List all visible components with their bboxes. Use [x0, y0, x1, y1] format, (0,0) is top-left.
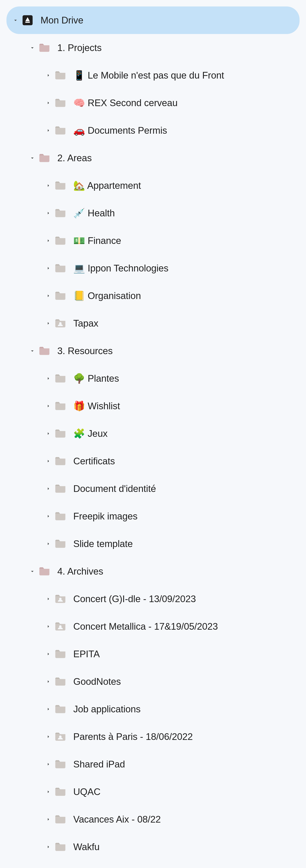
tree-folder[interactable]: 🏡 Appartement — [6, 172, 300, 199]
tree-folder-label: 🌳 Plantes — [73, 373, 119, 384]
tree-folder-label: Wakfu — [73, 841, 100, 853]
caret-right-icon[interactable] — [44, 815, 53, 824]
tree-folder-label: Concert Metallica - 17&19/05/2023 — [73, 621, 218, 632]
tree-folder-label: 💻 Ippon Technologies — [73, 262, 168, 274]
tree-root-label: Mon Drive — [40, 14, 83, 26]
tree-folder[interactable]: GoodNotes — [6, 668, 300, 695]
caret-down-icon[interactable] — [28, 154, 37, 162]
caret-right-icon[interactable] — [44, 126, 53, 135]
caret-right-icon[interactable] — [44, 319, 53, 328]
tree-folder[interactable]: Freepik images — [6, 502, 300, 530]
folder-icon — [54, 648, 66, 660]
caret-right-icon[interactable] — [44, 843, 53, 851]
folder-icon — [54, 758, 66, 770]
tree-root[interactable]: Mon Drive — [6, 6, 300, 34]
shared-folder-icon — [54, 317, 66, 329]
caret-right-icon[interactable] — [44, 760, 53, 769]
tree-folder[interactable]: 🎁 Wishlist — [6, 392, 300, 420]
svg-rect-1 — [25, 22, 30, 23]
caret-right-icon[interactable] — [44, 181, 53, 190]
caret-right-icon[interactable] — [44, 539, 53, 548]
tree-folder[interactable]: 🚗 Documents Permis — [6, 117, 300, 144]
caret-down-icon[interactable] — [28, 347, 37, 355]
tree-folder-label: Document d'identité — [73, 483, 156, 495]
caret-right-icon[interactable] — [44, 374, 53, 383]
tree-folder-label: 1. Projects — [57, 42, 102, 54]
folder-icon — [54, 69, 66, 81]
caret-right-icon[interactable] — [44, 457, 53, 465]
caret-right-icon[interactable] — [44, 209, 53, 217]
caret-right-icon[interactable] — [44, 512, 53, 521]
tree-folder-label: GoodNotes — [73, 676, 121, 687]
tree-folder[interactable]: 💻 Ippon Technologies — [6, 254, 300, 282]
caret-right-icon[interactable] — [44, 291, 53, 300]
tree-folder[interactable]: Concert (G)I-dle - 13/09/2023 — [6, 585, 300, 613]
caret-right-icon[interactable] — [44, 677, 53, 686]
tree-folder-label: 4. Archives — [57, 566, 103, 577]
tree-folder[interactable]: Vacances Aix - 08/22 — [6, 806, 300, 833]
folder-icon — [54, 813, 66, 826]
tree-folder-label: Concert (G)I-dle - 13/09/2023 — [73, 593, 196, 605]
folder-icon — [54, 180, 66, 192]
tree-folder-label: 3. Resources — [57, 345, 113, 357]
folder-icon — [38, 152, 50, 164]
tree-folder[interactable]: Document d'identité — [6, 475, 300, 502]
folder-icon — [54, 483, 66, 495]
tree-folder-label: Slide template — [73, 538, 133, 550]
caret-right-icon[interactable] — [44, 264, 53, 273]
tree-folder[interactable]: Concert Metallica - 17&19/05/2023 — [6, 613, 300, 640]
tree-folder[interactable]: 🧠 REX Second cerveau — [6, 89, 300, 117]
tree-folder[interactable]: Parents à Paris - 18/06/2022 — [6, 723, 300, 750]
caret-right-icon[interactable] — [44, 402, 53, 410]
tree-folder-label: Freepik images — [73, 510, 138, 522]
folder-icon — [38, 565, 50, 577]
caret-right-icon[interactable] — [44, 705, 53, 713]
folder-icon — [54, 372, 66, 384]
caret-right-icon[interactable] — [44, 71, 53, 80]
tree-folder[interactable]: Slide template — [6, 530, 300, 558]
tree-folder-label: UQAC — [73, 786, 101, 798]
caret-right-icon[interactable] — [44, 99, 53, 107]
tree-folder[interactable]: Tapax — [6, 310, 300, 337]
caret-right-icon[interactable] — [44, 429, 53, 438]
tree-folder[interactable]: Wakfu — [6, 833, 300, 861]
caret-right-icon[interactable] — [44, 733, 53, 741]
folder-tree: Mon Drive 1. Projects 📱 Le Mobile n'est … — [6, 6, 300, 861]
folder-icon — [54, 841, 66, 853]
tree-folder-label: 📒 Organisation — [73, 290, 141, 302]
folder-icon — [54, 262, 66, 274]
tree-folder-label: 🚗 Documents Permis — [73, 125, 167, 136]
tree-folder-label: Parents à Paris - 18/06/2022 — [73, 731, 193, 743]
folder-icon — [54, 510, 66, 522]
caret-right-icon[interactable] — [44, 787, 53, 796]
tree-folder[interactable]: 💵 Finance — [6, 227, 300, 254]
tree-folder[interactable]: Certificats — [6, 447, 300, 475]
tree-folder[interactable]: UQAC — [6, 778, 300, 806]
tree-folder-label: 🧩 Jeux — [73, 428, 108, 439]
tree-folder[interactable]: 🧩 Jeux — [6, 420, 300, 447]
tree-folder[interactable]: 📒 Organisation — [6, 282, 300, 310]
drive-icon — [22, 14, 34, 26]
caret-right-icon[interactable] — [44, 622, 53, 631]
tree-folder[interactable]: 1. Projects — [6, 34, 300, 62]
tree-folder[interactable]: 💉 Health — [6, 199, 300, 227]
caret-right-icon[interactable] — [44, 237, 53, 245]
caret-down-icon[interactable] — [28, 567, 37, 576]
tree-folder-label: 🧠 REX Second cerveau — [73, 97, 177, 109]
tree-folder[interactable]: 🌳 Plantes — [6, 365, 300, 392]
tree-folder[interactable]: 2. Areas — [6, 144, 300, 172]
tree-folder[interactable]: 4. Archives — [6, 558, 300, 585]
caret-right-icon[interactable] — [44, 485, 53, 493]
caret-down-icon[interactable] — [28, 43, 37, 52]
caret-right-icon[interactable] — [44, 595, 53, 603]
tree-folder[interactable]: 3. Resources — [6, 337, 300, 365]
tree-folder-label: 🏡 Appartement — [73, 180, 141, 191]
tree-folder[interactable]: 📱 Le Mobile n'est pas que du Front — [6, 62, 300, 89]
caret-right-icon[interactable] — [44, 650, 53, 658]
tree-folder-label: Job applications — [73, 704, 140, 715]
tree-folder[interactable]: Shared iPad — [6, 750, 300, 778]
caret-down-icon[interactable] — [11, 16, 20, 25]
folder-icon — [54, 455, 66, 467]
tree-folder[interactable]: EPITA — [6, 640, 300, 668]
tree-folder[interactable]: Job applications — [6, 695, 300, 723]
